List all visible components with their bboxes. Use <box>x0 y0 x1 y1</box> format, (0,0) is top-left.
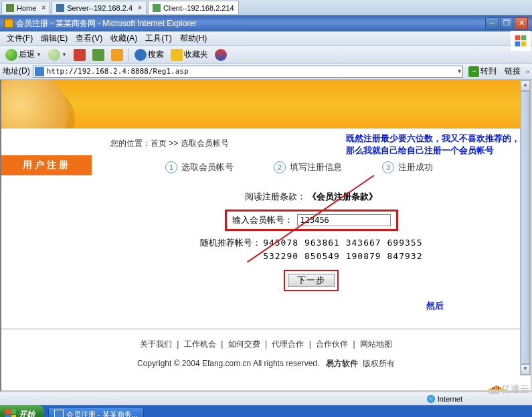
footer-link-about[interactable]: 关于我们 <box>137 339 175 349</box>
tab-client[interactable]: Client--192.168.2.214 <box>148 1 239 14</box>
media-button[interactable] <box>212 48 230 62</box>
close-button[interactable]: ✕ <box>515 17 528 29</box>
internet-icon <box>427 395 435 403</box>
refresh-button[interactable] <box>90 48 107 62</box>
maximize-button[interactable]: ❐ <box>500 17 513 29</box>
menu-tools[interactable]: 工具(T) <box>141 31 175 46</box>
url-text: http://192.168.2.4:8888/Reg1.asp <box>47 67 189 76</box>
menu-file[interactable]: 文件(F) <box>3 31 37 46</box>
banner <box>1 80 531 129</box>
links-label[interactable]: 链接 <box>502 66 523 77</box>
main: 您的位置：首页 >> 选取会员帐号 既然注册最少要六位数，我又不喜欢推荐的， 那… <box>92 129 531 302</box>
annotation-after: 然后 <box>426 300 444 312</box>
footer-links: 关于我们 | 工作机会 | 如何交费 | 代理合作 | 合作伙伴 | 网站地图 <box>1 336 531 355</box>
suggest-numbers-2[interactable]: 532290 850549 190879 847932 <box>263 250 422 263</box>
annotation-text: 既然注册最少要六位数，我又不喜欢推荐的， 那么我就自己给自己注册一个会员帐号 <box>346 133 520 157</box>
company-info: 公司地址：某某省某某市某某路某某大厦 邮编：123456 电话：010-6666… <box>1 379 531 392</box>
footer-link-pay[interactable]: 如何交费 <box>226 339 263 349</box>
search-label: 搜索 <box>148 49 164 60</box>
copyright-brand: 易方软件 <box>326 359 358 368</box>
svg-rect-3 <box>521 41 527 47</box>
menu-edit[interactable]: 编辑(E) <box>37 31 72 46</box>
step-label: 选取会员帐号 <box>181 161 234 173</box>
account-label: 输入会员帐号： <box>232 214 293 226</box>
suggest-numbers-1[interactable]: 945078 963861 343667 699355 <box>263 236 422 250</box>
taskbar-item[interactable]: 会员注册 - 某某商务... <box>48 407 144 417</box>
taskbar: 开始 会员注册 - 某某商务... <box>0 405 532 417</box>
client-icon <box>153 4 161 12</box>
copyright: Copyright © 2004 Efang.com.cn All rights… <box>1 355 531 372</box>
toolbar: 后退▼ ▼ 搜索 收藏夹 <box>0 46 532 64</box>
banner-decoration <box>1 80 105 129</box>
scroll-thumb[interactable] <box>521 91 530 364</box>
tab-label: Client--192.168.2.214 <box>163 4 234 12</box>
menu-help[interactable]: 帮助(H) <box>176 31 211 46</box>
forward-button[interactable]: ▼ <box>46 48 70 62</box>
minimize-button[interactable]: ─ <box>485 17 499 29</box>
window-titlebar: 会员注册 - 某某商务网 - Microsoft Internet Explor… <box>0 15 532 31</box>
separator <box>128 48 129 62</box>
home-icon <box>6 4 14 12</box>
statusbar: Internet <box>0 392 532 405</box>
terms-link[interactable]: 《会员注册条款》 <box>308 191 377 201</box>
close-icon[interactable]: × <box>41 4 46 11</box>
scroll-up-button[interactable]: ▲ <box>521 80 530 91</box>
search-button[interactable]: 搜索 <box>132 48 167 62</box>
step-label: 填写注册信息 <box>290 161 342 173</box>
footer-link-jobs[interactable]: 工作机会 <box>181 339 219 349</box>
back-button[interactable]: 后退▼ <box>3 48 44 62</box>
favorites-button[interactable]: 收藏夹 <box>168 48 211 62</box>
app-tabs: Home× Server--192.168.2.4× Client--192.1… <box>0 0 532 15</box>
ie-logo <box>511 31 531 51</box>
start-button[interactable]: 开始 <box>0 405 44 417</box>
svg-rect-1 <box>521 35 527 41</box>
favorites-label: 收藏夹 <box>184 49 208 60</box>
task-label: 会员注册 - 某某商务... <box>66 410 138 418</box>
chevron-down-icon[interactable]: ▼ <box>458 68 461 74</box>
footer-link-sitemap[interactable]: 网站地图 <box>357 339 395 349</box>
tab-server[interactable]: Server--192.168.2.4× <box>52 1 147 14</box>
refresh-icon <box>92 49 104 61</box>
home-icon <box>111 49 123 61</box>
chevron-right-icon[interactable]: » <box>526 68 529 75</box>
menu-view[interactable]: 查看(V) <box>72 31 106 46</box>
menubar: 文件(F) 编辑(E) 查看(V) 收藏(A) 工具(T) 帮助(H) <box>0 31 532 46</box>
addressbar: 地址(D) http://192.168.2.4:8888/Reg1.asp ▼… <box>0 64 532 80</box>
terms-row: 阅读注册条款： 《会员注册条款》 <box>105 187 517 207</box>
next-button[interactable]: 下一步 <box>288 274 335 287</box>
step-3: 3注册成功 <box>382 161 433 173</box>
step-number: 1 <box>165 161 177 173</box>
vertical-scrollbar[interactable]: ▲ ▼ <box>520 80 531 376</box>
suggest-row: 随机推荐帐号： 945078 963861 343667 699355 随机推荐… <box>105 234 517 266</box>
step-1: 1选取会员帐号 <box>165 161 234 173</box>
footer-link-partner[interactable]: 合作伙伴 <box>313 339 351 349</box>
tab-home[interactable]: Home× <box>1 1 50 14</box>
zone-label: Internet <box>438 395 462 403</box>
scroll-down-button[interactable]: ▼ <box>521 364 530 375</box>
home-button[interactable] <box>108 48 126 62</box>
back-icon <box>5 49 17 61</box>
stop-icon <box>74 49 86 61</box>
back-label: 后退 <box>19 49 35 60</box>
menu-favorites[interactable]: 收藏(A) <box>106 31 141 46</box>
media-icon <box>215 49 227 61</box>
address-label: 地址(D) <box>3 66 30 77</box>
next-highlight-box: 下一步 <box>284 270 339 291</box>
go-button[interactable]: →转到 <box>466 66 499 77</box>
footer-link-agent[interactable]: 代理合作 <box>269 339 306 349</box>
forward-icon <box>48 49 60 61</box>
account-input[interactable] <box>297 214 391 226</box>
terms-prefix: 阅读注册条款： <box>245 191 306 201</box>
tab-label: Server--192.168.2.4 <box>67 4 132 12</box>
window-title: 会员注册 - 某某商务网 - Microsoft Internet Explor… <box>16 18 485 29</box>
copyright-prefix: Copyright © 2004 Efang.com.cn All rights… <box>137 359 319 368</box>
windows-icon <box>5 409 16 417</box>
watermark: ☁ 亿速云 <box>488 382 529 397</box>
close-icon[interactable]: × <box>138 4 142 11</box>
sidebar-title: 用户注册 <box>1 155 92 175</box>
suggest-label: 随机推荐帐号： <box>200 238 261 248</box>
copyright-suffix: 版权所有 <box>363 359 395 368</box>
stop-button[interactable] <box>71 48 88 62</box>
go-label: 转到 <box>480 66 497 77</box>
address-input[interactable]: http://192.168.2.4:8888/Reg1.asp ▼ <box>33 66 463 78</box>
